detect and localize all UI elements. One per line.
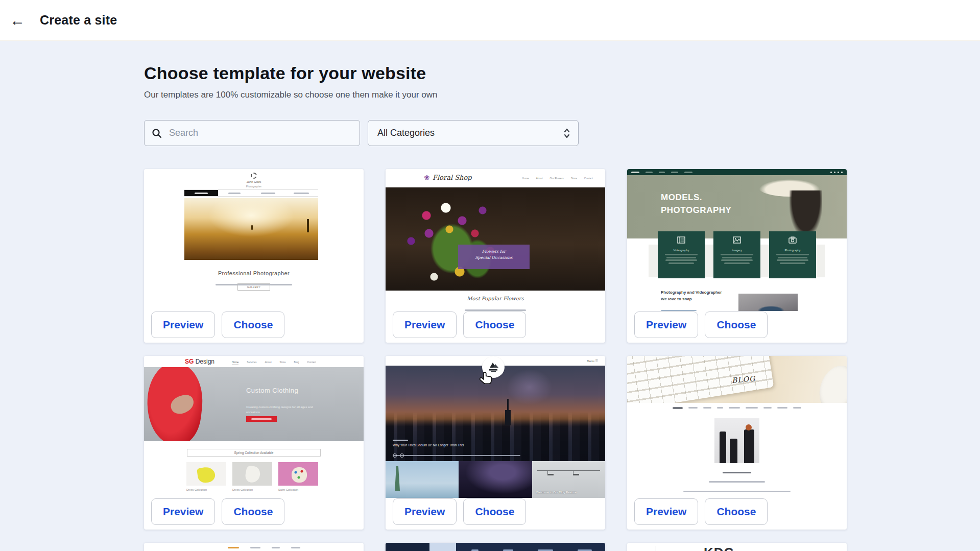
choose-button[interactable]: Choose — [705, 498, 768, 525]
back-button[interactable]: ← — [6, 9, 29, 32]
mini-brand: ❀Floral Shop — [424, 174, 472, 181]
section-subheading: Our templates are 100% customizable so c… — [144, 90, 847, 100]
category-selected-value: All Categories — [377, 128, 435, 138]
mini-photo-eye — [738, 294, 798, 311]
mini-office-photo — [714, 418, 759, 463]
choose-button[interactable]: Choose — [463, 498, 526, 525]
page-title: Create a site — [40, 13, 117, 28]
template-thumbnail[interactable]: John Clark Photographer Professional Pho… — [144, 169, 364, 311]
search-box[interactable] — [144, 120, 360, 146]
mini-navbar — [627, 407, 847, 409]
social-icons — [830, 172, 843, 173]
card-actions: Preview Choose — [151, 498, 284, 525]
mini-header: SG Design Home Services About Store Blog… — [144, 356, 364, 367]
mini-brand: SG Design — [185, 358, 214, 365]
mini-products: Dress Collection Dress Collection Swim C… — [186, 462, 318, 491]
mini-title: Professional Photographer — [144, 270, 364, 276]
statue-of-liberty-photo — [386, 461, 459, 498]
mini-red-button — [246, 416, 277, 422]
template-thumbnail[interactable]: MODELS. PHOTOGRAPHY Videography Imagery — [627, 169, 847, 311]
preview-button[interactable]: Preview — [634, 312, 698, 338]
mini-image-strip: Welcome to Our Blog Feature — [386, 461, 605, 498]
template-card-partial-7 — [144, 543, 364, 551]
mountain-logo-icon — [486, 361, 501, 374]
mini-hero-city-night-photo: Why Your Titles Should Be No Longer Than… — [386, 366, 605, 461]
preview-button[interactable]: Preview — [634, 498, 698, 525]
choose-button[interactable]: Choose — [463, 312, 526, 338]
choose-button[interactable]: Choose — [705, 312, 768, 338]
mini-hero-tagline: Creating custom clothing designs for all… — [246, 405, 323, 415]
mini-gallery-button: GALLERY — [237, 283, 270, 291]
template-card-floral-shop: ❀Floral Shop Home About Our Flowers Stor… — [386, 169, 605, 343]
main-content: Choose template for your website Our tem… — [144, 63, 847, 551]
image-icon — [733, 236, 741, 244]
card-actions: Preview Choose — [151, 312, 284, 338]
search-icon — [152, 128, 162, 138]
template-card-desk-blog: BLOG — [627, 356, 847, 530]
mini-hero-keyboard-photo: BLOG — [627, 356, 847, 403]
mini-menu: Menu ☰ — [587, 359, 598, 363]
mini-navbar — [627, 169, 847, 175]
template-thumbnail[interactable]: Menu ☰ Why Your Titles Should — [386, 356, 605, 498]
mini-tagline-lines — [386, 304, 605, 311]
feature-tile: Photography — [769, 231, 816, 278]
night-sky-photo — [459, 461, 532, 498]
mini-hero-tulips-photo: Flowers for Special Occasions — [386, 187, 605, 291]
category-select[interactable]: All Categories — [368, 120, 579, 146]
mini-nav-arrows — [393, 453, 404, 458]
mini-section-title: Most Popular Flowers — [386, 296, 605, 301]
feature-tile: Videography — [658, 231, 705, 278]
mini-navbar: Home About Our Flowers Store Contact — [522, 177, 593, 180]
template-card-partial-9: KDC — [627, 543, 847, 551]
preview-button[interactable]: Preview — [151, 312, 215, 338]
template-card-models-photography: MODELS. PHOTOGRAPHY Videography Imagery — [627, 169, 847, 343]
hair-shape — [790, 190, 822, 236]
mini-navbar — [184, 189, 318, 197]
template-card-partial-8 — [386, 543, 605, 551]
mini-navbar — [228, 547, 300, 548]
mini-hero-title: MODELS. PHOTOGRAPHY — [661, 191, 731, 217]
section-heading: Choose template for your website — [144, 63, 847, 83]
mountain-logo-badge — [482, 356, 505, 378]
mini-active-tab — [429, 543, 456, 551]
preview-button[interactable]: Preview — [151, 498, 215, 525]
choose-button[interactable]: Choose — [222, 498, 284, 525]
mini-hero-panel: Flowers for Special Occasions — [458, 245, 530, 269]
mini-navbar — [386, 543, 605, 551]
feature-tile: Imagery — [713, 231, 760, 278]
search-input[interactable] — [168, 127, 352, 139]
card-actions: Preview Choose — [393, 312, 526, 338]
card-actions: Preview Choose — [634, 312, 768, 338]
template-grid: John Clark Photographer Professional Pho… — [144, 169, 847, 551]
template-thumbnail[interactable] — [144, 543, 364, 551]
product-tile: Dress Collection — [186, 462, 226, 491]
film-icon — [677, 236, 685, 244]
mini-feature-tiles: Videography Imagery Photography — [658, 231, 816, 278]
template-thumbnail[interactable]: SG Design Home Services About Store Blog… — [144, 356, 364, 498]
mini-hero-model-photo: MODELS. PHOTOGRAPHY — [627, 175, 847, 238]
template-thumbnail[interactable]: KDC — [627, 543, 847, 551]
mini-text — [802, 548, 816, 551]
template-thumbnail[interactable]: BLOG — [627, 356, 847, 498]
mini-logo-role: Photographer — [144, 185, 364, 188]
product-tile: Swim Collection — [278, 462, 318, 491]
preview-button[interactable]: Preview — [393, 498, 457, 525]
mini-logo-name: John Clark — [144, 180, 364, 183]
mini-header: ❀Floral Shop Home About Our Flowers Stor… — [386, 169, 605, 187]
hamburger-icon: ☰ — [595, 360, 598, 363]
flower-logo-icon: ❀ — [424, 174, 429, 181]
choose-button[interactable]: Choose — [222, 312, 284, 338]
template-card-photographer: John Clark Photographer Professional Pho… — [144, 169, 364, 343]
mini-brand: KDC — [704, 545, 734, 551]
aperture-logo-icon — [251, 173, 257, 179]
mini-banner: Spring Collection Available — [187, 449, 321, 457]
mini-section-lines — [661, 310, 727, 311]
product-tile: Dress Collection — [232, 462, 272, 491]
mini-navbar: Home Services About Store Blog Contact — [232, 361, 316, 365]
mini-hero-field-photo — [184, 198, 318, 260]
card-actions: Preview Choose — [393, 498, 526, 525]
preview-button[interactable]: Preview — [393, 312, 457, 338]
template-thumbnail[interactable]: ❀Floral Shop Home About Our Flowers Stor… — [386, 169, 605, 311]
card-actions: Preview Choose — [634, 498, 768, 525]
template-thumbnail[interactable] — [386, 543, 605, 551]
